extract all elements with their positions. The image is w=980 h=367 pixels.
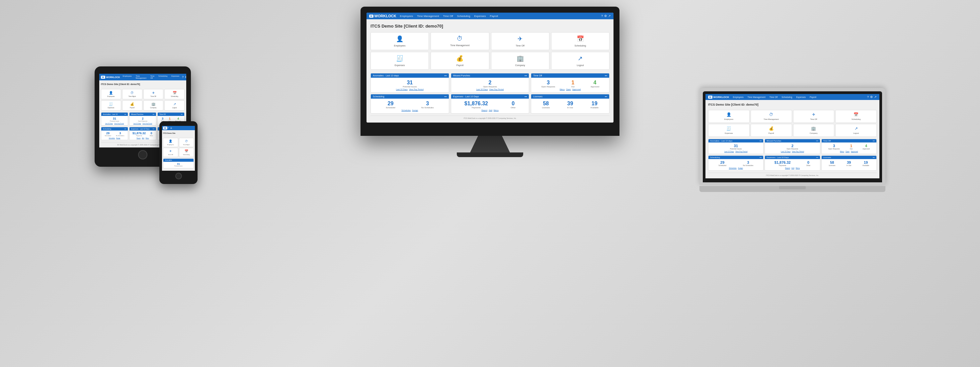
l-sched-card[interactable]: 📅Scheduling: [835, 110, 877, 123]
laptop-nav-time[interactable]: Time Management: [747, 96, 767, 99]
gear-icon[interactable]: ⚙: [604, 14, 607, 18]
laptop-nav-employees[interactable]: Employees: [732, 96, 745, 99]
l-time-card[interactable]: ⏱Time Management: [751, 110, 792, 123]
t-miss-l1[interactable]: Last 10 Days: [134, 123, 141, 124]
missed-punches-menu-icon[interactable]: •••: [525, 74, 527, 77]
time-off-link-menu[interactable]: Menu: [560, 88, 565, 90]
l-timeoff-card[interactable]: ✈Time Off: [793, 110, 835, 123]
anomalies-link-payperiod[interactable]: View Pay Period: [409, 88, 423, 90]
logout-card[interactable]: ↗Logout: [551, 52, 609, 70]
l-e-l2[interactable]: Add: [791, 167, 794, 169]
t-scheduling-card[interactable]: 📅Scheduling: [164, 89, 185, 99]
l-missed-menu[interactable]: •••: [816, 140, 818, 142]
t-sched-menu[interactable]: •••: [124, 128, 126, 130]
t-time-off-card[interactable]: ✈Time Off: [143, 89, 164, 99]
t-employees-card[interactable]: 👤Employees: [101, 89, 121, 99]
laptop-gear-icon[interactable]: ⚙: [870, 95, 873, 99]
phone-home-button[interactable]: [175, 173, 182, 179]
nav-time-management[interactable]: Time Management: [416, 14, 440, 18]
missed-punches-link-payperiod[interactable]: View Pay Period: [489, 88, 504, 90]
t-anom-l1[interactable]: Last 10 Days: [105, 123, 113, 124]
t-exp-menu[interactable]: •••: [153, 128, 154, 130]
l-logout-card[interactable]: ↗Logout: [835, 124, 877, 137]
anomalies-menu-icon[interactable]: •••: [444, 74, 447, 77]
phone-gear-icon[interactable]: ⚙: [170, 127, 172, 129]
time-off-link-open[interactable]: Open: [566, 88, 571, 90]
logout-icon[interactable]: ↗: [608, 14, 611, 18]
l-to-l1[interactable]: Menu: [840, 150, 844, 152]
time-off-link-approved[interactable]: Approved: [572, 88, 581, 90]
nav-payroll[interactable]: Payroll: [489, 14, 499, 18]
time-off-card[interactable]: ✈Time Off: [491, 32, 549, 50]
expenses-card[interactable]: 🧾Expenses: [371, 52, 429, 70]
p-timemgmt-card[interactable]: ⏱Time Mgmt: [179, 138, 194, 147]
p-scheduling-card[interactable]: 📅Scheduling: [179, 148, 194, 157]
t-e-l2[interactable]: Add: [142, 137, 144, 139]
tablet-nav-expenses[interactable]: Expenses: [170, 75, 180, 80]
l-exp-card[interactable]: 🧾Expenses: [708, 124, 749, 137]
expenses-link-menu[interactable]: Menu: [494, 109, 499, 111]
expenses-link-add[interactable]: Add: [489, 109, 492, 111]
l-comp-card[interactable]: 🏢Company: [793, 124, 835, 137]
l-e-l3[interactable]: Menu: [796, 167, 800, 169]
t-company-card[interactable]: 🏢Company: [143, 100, 164, 111]
tablet-nav-time[interactable]: Time Management: [135, 75, 147, 80]
tablet-home-button[interactable]: [138, 150, 147, 160]
laptop-nav-payroll[interactable]: Payroll: [809, 96, 817, 99]
laptop-nav-expenses[interactable]: Expenses: [795, 96, 807, 99]
time-off-menu-icon[interactable]: •••: [605, 74, 607, 77]
scheduling-link-assign[interactable]: Assign: [412, 109, 418, 111]
tablet-gear-icon[interactable]: ⚙: [185, 75, 186, 79]
t-e-l1[interactable]: Report: [137, 137, 140, 139]
p-timeoff-card[interactable]: ✈Time Off: [163, 148, 178, 157]
l-anom-l1[interactable]: Last 10 Days: [724, 150, 734, 152]
l-pay-card[interactable]: 💰Payroll: [751, 124, 792, 137]
missed-punches-link-10days[interactable]: Last 10 Days: [476, 88, 488, 90]
l-e-l1[interactable]: Report: [785, 167, 790, 169]
t-expenses-card[interactable]: 🧾Expenses: [101, 100, 121, 111]
laptop-help-icon[interactable]: ?: [867, 95, 869, 99]
t-miss-l2[interactable]: View Pay Period: [142, 123, 152, 124]
laptop-logout-icon[interactable]: ↗: [874, 95, 877, 99]
l-s-l2[interactable]: Assign: [738, 167, 743, 169]
t-missed-menu[interactable]: •••: [153, 113, 154, 115]
l-exp-w-menu[interactable]: •••: [816, 156, 818, 158]
l-lic-menu[interactable]: •••: [873, 156, 875, 158]
time-mgmt-card[interactable]: ⏱Time Management: [431, 32, 489, 50]
l-sched-w-menu[interactable]: •••: [760, 156, 762, 158]
licenses-menu-icon[interactable]: •••: [605, 95, 607, 97]
l-miss-l2[interactable]: View Pay Period: [792, 150, 804, 152]
payroll-card[interactable]: 💰Payroll: [431, 52, 489, 70]
tablet-nav-scheduling[interactable]: Scheduling: [158, 75, 168, 80]
t-timeoff-menu[interactable]: •••: [181, 113, 183, 115]
t-time-mgmt-card[interactable]: ⏱Time Mgmt: [122, 89, 142, 99]
expenses-link-report[interactable]: Report: [481, 109, 487, 111]
l-to-l2[interactable]: Open: [846, 150, 850, 152]
t-e-l3[interactable]: Menu: [146, 137, 149, 139]
l-anom-l2[interactable]: View Pay Period: [735, 150, 748, 152]
company-card[interactable]: 🏢Company: [491, 52, 549, 70]
tablet-nav-employees[interactable]: Employees: [122, 75, 133, 80]
nav-employees[interactable]: Employees: [399, 14, 414, 18]
t-payroll-card[interactable]: 💰Payroll: [122, 100, 142, 111]
t-logout-card[interactable]: ↗Logout: [164, 100, 185, 111]
t-anomalies-menu[interactable]: •••: [124, 113, 126, 115]
scheduling-link-schedules[interactable]: Schedules: [401, 109, 410, 111]
laptop-nav-scheduling[interactable]: Scheduling: [781, 96, 793, 99]
t-s-l1[interactable]: Schedules: [109, 137, 115, 139]
l-emp-card[interactable]: 👤Employees: [708, 110, 749, 123]
tablet-nav-timeoff[interactable]: Time Off: [150, 75, 155, 80]
p-employees-card[interactable]: 👤Employees: [163, 138, 178, 147]
phone-help-icon[interactable]: ?: [168, 127, 169, 129]
l-s-l1[interactable]: Schedules: [729, 167, 736, 169]
t-s-l2[interactable]: Assign: [116, 137, 120, 139]
nav-time-off[interactable]: Time Off: [442, 14, 454, 18]
employees-card[interactable]: 👤Employees: [371, 32, 429, 50]
tablet-help-icon[interactable]: ?: [182, 75, 184, 79]
help-icon[interactable]: ?: [601, 14, 603, 18]
l-to-l3[interactable]: Approved: [851, 150, 858, 152]
t-anom-l2[interactable]: View Pay Period: [114, 123, 124, 124]
nav-scheduling[interactable]: Scheduling: [456, 14, 471, 18]
nav-expenses[interactable]: Expenses: [473, 14, 487, 18]
l-timeoff-menu[interactable]: •••: [873, 140, 875, 142]
